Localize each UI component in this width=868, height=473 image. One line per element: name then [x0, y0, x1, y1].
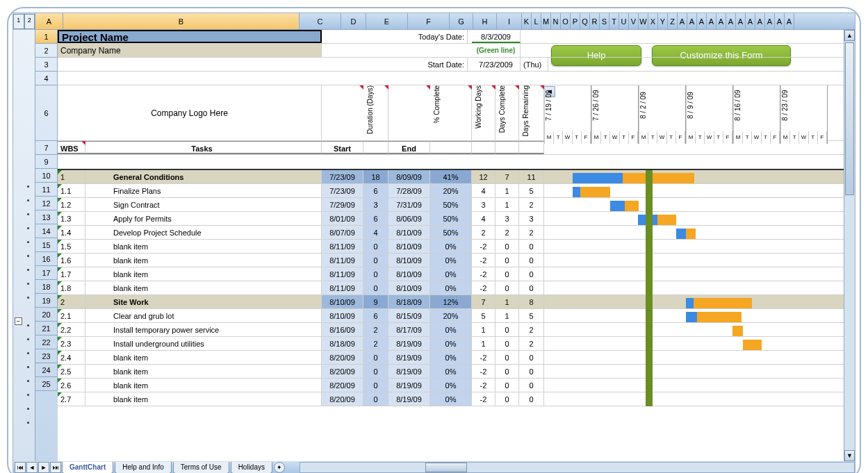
scroll-down[interactable]: ▼ — [844, 450, 855, 461]
col-L[interactable]: L — [532, 13, 541, 29]
wbs-cell[interactable]: 2.4 — [58, 351, 85, 364]
row-17[interactable]: 17 — [35, 266, 58, 280]
gantt-bar[interactable] — [573, 185, 610, 196]
dr-cell[interactable]: 2 — [519, 337, 544, 350]
task-row[interactable]: 1.4Develop Project Schedule8/07/0948/10/… — [58, 226, 855, 240]
dc-cell[interactable]: 0 — [496, 281, 519, 294]
task-cell[interactable]: Sign Contract — [85, 198, 322, 211]
start-cell[interactable]: 8/16/09 — [322, 323, 363, 336]
start-cell[interactable]: 7/29/09 — [322, 198, 363, 211]
col-F[interactable]: F — [408, 13, 450, 29]
col-AH[interactable]: A — [746, 13, 755, 29]
row-18[interactable]: 18 — [35, 280, 58, 294]
tab-nav-first[interactable]: ⏮ — [15, 462, 26, 473]
task-cell[interactable]: Install underground utilities — [85, 337, 322, 350]
wbs-cell[interactable]: 2.2 — [58, 323, 85, 336]
task-row[interactable]: 1General Conditions7/23/09188/09/0941%12… — [58, 170, 855, 184]
dur-cell[interactable]: 0 — [363, 351, 388, 364]
row-12[interactable]: 12 — [35, 197, 58, 210]
wbs-cell[interactable]: 2.1 — [58, 309, 85, 322]
wbs-cell[interactable]: 1 — [58, 170, 85, 183]
pct-cell[interactable]: 50% — [430, 226, 472, 239]
dr-cell[interactable]: 11 — [519, 170, 544, 183]
dc-cell[interactable]: 2 — [496, 226, 519, 239]
row-23[interactable]: 23 — [35, 349, 58, 363]
gantt-bar[interactable] — [732, 324, 743, 335]
dc-cell[interactable]: 0 — [496, 267, 519, 281]
col-AA[interactable]: A — [678, 13, 687, 29]
col-N[interactable]: N — [551, 13, 561, 29]
dr-cell[interactable]: 0 — [519, 254, 544, 267]
dr-cell[interactable]: 0 — [519, 365, 544, 378]
pct-cell[interactable]: 0% — [430, 240, 472, 253]
row-15[interactable]: 15 — [35, 238, 58, 252]
tab-nav-last[interactable]: ⏭ — [50, 462, 61, 473]
dur-cell[interactable]: 4 — [363, 226, 388, 239]
dur-cell[interactable]: 2 — [363, 323, 388, 336]
dc-cell[interactable]: 0 — [496, 240, 519, 253]
end-cell[interactable]: 7/31/09 — [388, 198, 430, 211]
row-9[interactable]: 9 — [35, 155, 58, 169]
dur-cell[interactable]: 0 — [363, 281, 388, 294]
col-M[interactable]: M — [541, 13, 551, 29]
end-cell[interactable]: 8/10/09 — [388, 240, 430, 253]
task-row[interactable]: 1.6blank item8/11/0908/10/090%-200 — [58, 254, 855, 267]
task-cell[interactable]: blank item — [85, 379, 322, 392]
dc-cell[interactable]: 7 — [496, 170, 519, 183]
dr-cell[interactable]: 0 — [519, 267, 544, 281]
col-S[interactable]: S — [600, 13, 609, 29]
wd-cell[interactable]: 1 — [472, 337, 496, 350]
gantt-bar[interactable] — [686, 297, 752, 307]
wbs-cell[interactable]: 2.3 — [58, 337, 85, 350]
row-25[interactable]: 25 — [35, 377, 58, 391]
dc-cell[interactable]: 0 — [496, 392, 519, 406]
task-cell[interactable]: blank item — [85, 281, 322, 294]
col-B[interactable]: B — [63, 13, 300, 29]
row-10[interactable]: 10 — [35, 169, 58, 183]
pct-cell[interactable]: 20% — [430, 184, 472, 197]
wbs-cell[interactable]: 1.7 — [58, 267, 85, 281]
dc-cell[interactable]: 1 — [496, 198, 519, 211]
pct-cell[interactable]: 0% — [430, 365, 472, 378]
dc-cell[interactable]: 1 — [496, 184, 519, 197]
start-cell[interactable]: 8/07/09 — [322, 226, 363, 239]
task-cell[interactable]: Apply for Permits — [85, 212, 322, 225]
row-21[interactable]: 21 — [35, 322, 58, 335]
dur-cell[interactable]: 0 — [363, 365, 388, 378]
pct-cell[interactable]: 0% — [430, 254, 472, 267]
col-P[interactable]: P — [571, 13, 580, 29]
dc-cell[interactable]: 0 — [496, 323, 519, 336]
col-H[interactable]: H — [473, 13, 497, 29]
start-cell[interactable]: 8/11/09 — [322, 281, 363, 294]
col-Y[interactable]: Y — [658, 13, 668, 29]
end-cell[interactable]: 8/10/09 — [388, 267, 430, 281]
col-W[interactable]: W — [639, 13, 648, 29]
col-AI[interactable]: A — [755, 13, 765, 29]
start-cell[interactable]: 8/11/09 — [322, 267, 363, 281]
wd-cell[interactable]: -2 — [472, 392, 496, 406]
gantt-bar[interactable] — [638, 213, 677, 224]
dc-cell[interactable]: 1 — [496, 309, 519, 322]
wd-cell[interactable]: 4 — [472, 184, 496, 197]
col-AC[interactable]: A — [697, 13, 707, 29]
pct-cell[interactable]: 41% — [430, 170, 472, 183]
hscroll-thumb[interactable] — [425, 463, 467, 472]
outline-level-2[interactable]: 2 — [24, 14, 35, 29]
task-cell[interactable]: blank item — [85, 267, 322, 281]
task-row[interactable]: 2.6blank item8/20/0908/19/090%-200 — [58, 379, 855, 392]
outline-level-1[interactable]: 1 — [13, 14, 24, 29]
task-row[interactable]: 1.8blank item8/11/0908/10/090%-200 — [58, 281, 855, 295]
dr-cell[interactable]: 2 — [519, 323, 544, 336]
start-cell[interactable]: 8/20/09 — [322, 351, 363, 364]
tab-ganttchart[interactable]: GanttChart — [62, 462, 113, 474]
grid[interactable]: Project Name Today's Date: 8/3/2009 Help… — [58, 30, 855, 461]
dr-cell[interactable]: 0 — [519, 392, 544, 406]
row-14[interactable]: 14 — [35, 224, 58, 238]
task-cell[interactable]: blank item — [85, 240, 322, 253]
end-cell[interactable]: 8/06/09 — [388, 212, 430, 225]
start-cell[interactable]: 8/11/09 — [322, 254, 363, 267]
row-6[interactable]: 6 — [35, 85, 58, 141]
row-11[interactable]: 11 — [35, 183, 58, 197]
dc-cell[interactable]: 1 — [496, 295, 519, 308]
dur-cell[interactable]: 6 — [363, 309, 388, 322]
